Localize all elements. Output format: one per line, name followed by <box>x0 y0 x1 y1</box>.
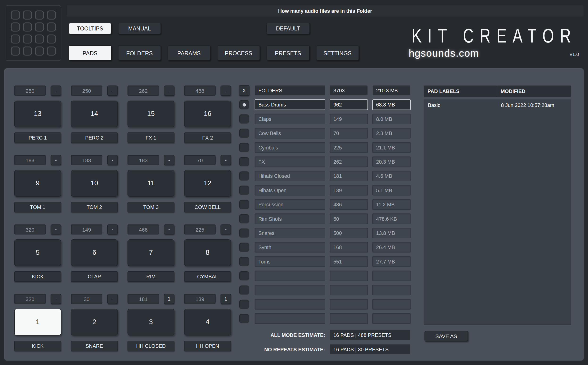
pad-repeat-button[interactable]: - <box>107 294 118 304</box>
pad-repeat-button[interactable]: - <box>107 85 118 96</box>
folder-name-field[interactable] <box>255 285 325 295</box>
pad-button-2[interactable]: 2 <box>71 309 118 336</box>
pad-label-button[interactable]: FX 2 <box>184 133 231 143</box>
folder-name-field[interactable]: Bass Drums <box>255 99 325 110</box>
pad-repeat-button[interactable]: - <box>221 155 231 165</box>
folder-count-field[interactable] <box>330 313 368 324</box>
pad-button-14[interactable]: 14 <box>71 101 118 127</box>
pad-count-field[interactable]: 183 <box>127 155 159 165</box>
pad-button-7[interactable]: 7 <box>127 239 174 266</box>
folder-checkbox[interactable] <box>239 200 249 209</box>
folder-size-field[interactable] <box>372 313 410 324</box>
folder-name-field[interactable] <box>255 271 325 281</box>
folder-name-field[interactable] <box>255 299 325 310</box>
folder-count-field[interactable]: 70 <box>330 128 368 139</box>
pad-repeat-button[interactable]: - <box>51 294 61 304</box>
pad-count-field[interactable]: 30 <box>71 294 103 304</box>
folder-name-field[interactable]: Hihats Closed <box>255 171 325 181</box>
folder-size-field[interactable]: 26.4 MB <box>372 242 410 253</box>
folder-size-field[interactable]: 8.0 MB <box>372 114 410 124</box>
pad-repeat-button[interactable]: 1 <box>164 294 175 304</box>
folder-count-field[interactable]: 225 <box>330 142 368 153</box>
pad-label-button[interactable]: PERC 1 <box>14 133 61 143</box>
pad-count-field[interactable]: 225 <box>184 224 216 234</box>
pad-count-field[interactable]: 320 <box>14 294 46 304</box>
folder-checkbox[interactable] <box>239 314 249 323</box>
folder-count-field[interactable]: 139 <box>330 185 368 196</box>
folder-count-field[interactable]: 436 <box>330 199 368 210</box>
folder-count-field[interactable]: 168 <box>330 242 368 253</box>
pad-label-button[interactable]: SNARE <box>71 341 118 351</box>
folder-checkbox[interactable] <box>239 285 249 295</box>
folder-count-field[interactable] <box>330 299 368 310</box>
folder-size-field[interactable]: 13.8 MB <box>372 228 410 239</box>
tab-process[interactable]: PROCESS <box>217 45 260 60</box>
tab-pads[interactable]: PADS <box>69 45 111 60</box>
pad-button-12[interactable]: 12 <box>184 170 231 197</box>
folder-count-field[interactable]: 149 <box>330 114 368 124</box>
folder-checkbox[interactable] <box>239 143 249 152</box>
folder-size-field[interactable]: 478.6 KB <box>372 213 410 224</box>
folder-size-field[interactable] <box>372 271 410 281</box>
pad-count-field[interactable]: 320 <box>14 224 46 234</box>
tab-presets[interactable]: PRESETS <box>267 45 309 60</box>
folder-checkbox[interactable] <box>239 257 249 266</box>
pad-count-field[interactable]: 139 <box>184 294 216 304</box>
folder-count-field[interactable] <box>330 285 368 295</box>
folder-size-field[interactable]: 20.3 MB <box>372 156 410 167</box>
folder-checkbox[interactable] <box>239 228 249 238</box>
folder-size-field[interactable]: 11.2 MB <box>372 199 410 210</box>
pad-label-button[interactable]: COW BELL <box>184 202 231 212</box>
pad-repeat-button[interactable]: - <box>164 85 175 96</box>
pad-repeat-button[interactable]: - <box>51 224 61 234</box>
folder-size-field[interactable]: 2.8 MB <box>372 128 410 139</box>
pad-label-button[interactable]: KICK <box>14 271 61 282</box>
save-as-button[interactable]: SAVE AS <box>424 331 468 342</box>
folder-size-field[interactable]: 27.7 MB <box>372 256 410 267</box>
folder-name-field[interactable]: FX <box>255 156 325 167</box>
folder-name-field[interactable]: Toms <box>255 256 325 267</box>
folder-count-field[interactable]: 262 <box>330 156 368 167</box>
tooltips-button[interactable]: TOOLTIPS <box>69 23 111 34</box>
pad-label-button[interactable]: TOM 3 <box>127 202 174 212</box>
folder-size-field[interactable]: 68.8 MB <box>372 99 410 110</box>
folder-size-field[interactable] <box>372 285 410 295</box>
folder-checkbox[interactable] <box>239 185 249 195</box>
tab-params[interactable]: PARAMS <box>168 45 210 60</box>
pad-repeat-button[interactable]: - <box>107 155 118 165</box>
pad-button-5[interactable]: 5 <box>14 239 61 266</box>
folder-checkbox[interactable] <box>239 271 249 281</box>
folder-name-field[interactable] <box>255 313 325 324</box>
clear-selection-button[interactable]: X <box>239 85 249 96</box>
pad-count-field[interactable]: 250 <box>71 85 103 96</box>
pad-count-field[interactable]: 183 <box>14 155 46 165</box>
pad-button-1[interactable]: 1 <box>14 309 61 336</box>
pad-count-field[interactable]: 488 <box>184 85 216 96</box>
folder-name-field[interactable]: Percussion <box>255 199 325 210</box>
folder-checkbox[interactable] <box>239 114 249 124</box>
pad-repeat-button[interactable]: - <box>221 85 231 96</box>
pad-repeat-button[interactable]: - <box>221 224 231 234</box>
pad-count-field[interactable]: 183 <box>71 155 103 165</box>
pad-label-entry[interactable]: Basic 8 Jun 2022 10:57:28am <box>424 99 571 111</box>
pad-label-button[interactable]: TOM 1 <box>14 202 61 212</box>
folder-name-field[interactable]: Hihats Open <box>255 185 325 196</box>
pad-label-button[interactable]: FX 1 <box>127 133 174 143</box>
folder-checkbox[interactable] <box>239 171 249 181</box>
folder-name-field[interactable]: Synth <box>255 242 325 253</box>
pad-button-3[interactable]: 3 <box>127 309 174 336</box>
folder-count-field[interactable]: 551 <box>330 256 368 267</box>
pad-label-button[interactable]: CYMBAL <box>184 271 231 282</box>
folder-checkbox[interactable] <box>239 157 249 166</box>
folder-checkbox[interactable] <box>239 128 249 138</box>
pad-button-10[interactable]: 10 <box>71 170 118 197</box>
folder-name-field[interactable]: Cymbals <box>255 142 325 153</box>
pad-repeat-button[interactable]: - <box>51 155 61 165</box>
pad-label-button[interactable]: HH CLOSED <box>127 341 174 351</box>
folder-count-field[interactable]: 181 <box>330 171 368 181</box>
pad-button-6[interactable]: 6 <box>71 239 118 266</box>
folder-count-field[interactable] <box>330 271 368 281</box>
manual-button[interactable]: MANUAL <box>118 23 161 34</box>
default-button[interactable]: DEFAULT <box>266 23 310 34</box>
folder-count-field[interactable]: 500 <box>330 228 368 239</box>
